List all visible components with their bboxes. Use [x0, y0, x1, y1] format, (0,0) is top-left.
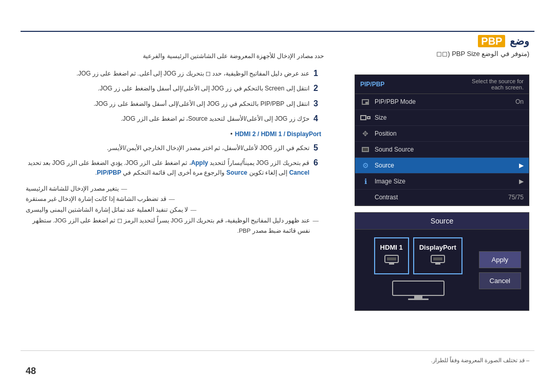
menu-header-right: Select the source for each screen. [462, 78, 524, 90]
menu-row-contrast-value: 75/75 [508, 194, 524, 201]
image-size-arrow-icon: ▶ [519, 178, 524, 185]
hdmi-connector-icon [384, 254, 399, 268]
menu-row-sound[interactable]: Sound Source [355, 142, 529, 158]
monitor-menu: PIP/PBP Select the source for each scree… [355, 74, 529, 206]
step-3: 3 انتقل إلى PIP/PBP بالتحكم في زر JOG إل… [26, 99, 324, 109]
hdmi-bullet: HDMI 2 / HDMI 1 / DisplayPort • [26, 129, 324, 138]
step-1-text: عند عرض دليل المفاتيح الوظيفية، حدد ◻ بت… [77, 69, 309, 79]
hdmi-bullet-dot: • [230, 130, 232, 138]
intro-text: حدد مصادر الإدخال للأجهزة المعروضة على ا… [26, 51, 324, 61]
footnote: – قد تختلف الصورة المعروضة وفقاً للطراز. [26, 357, 529, 364]
step-2: 2 انتقل إلى Screen بالتحكم في زر JOG إلى… [26, 84, 324, 94]
bottom-divider [21, 350, 534, 351]
step-1: 1 عند عرض دليل المفاتيح الوظيفية، حدد ◻ … [26, 69, 324, 79]
menu-row-size[interactable]: Size [355, 110, 529, 126]
step-6-text: قم بتحريك الزر JOG يميناً/يساراً لتحديد … [26, 158, 309, 178]
step-6: 6 قم بتحريك الزر JOG يميناً/يساراً لتحدي… [26, 158, 324, 178]
menu-row-contrast-label: Contrast [375, 194, 508, 201]
pbp-box: PBP [478, 35, 505, 47]
source-icon: ⚙ [360, 160, 371, 171]
menu-header-label: PIP/PBP [360, 81, 384, 88]
menu-row-image-size[interactable]: ℹ Image Size ▶ [355, 174, 529, 190]
contrast-icon [360, 192, 371, 202]
monitor-graphic [387, 280, 449, 303]
content-area: حدد مصادر الإدخال للأجهزة المعروضة على ا… [26, 51, 324, 236]
bullet-3: لا يمكن تنفيذ العملية عند تماثل إشارة ال… [26, 204, 319, 215]
menu-header: PIP/PBP Select the source for each scree… [355, 75, 529, 94]
source-panel: Source HDMI 1 [355, 212, 529, 311]
apply-button[interactable]: Apply [479, 251, 521, 268]
menu-row-position-label: Position [375, 130, 524, 137]
source-arrow-icon: ▶ [519, 162, 524, 169]
step-4: 4 حرّك زر JOG إلى الأعلى/الأسفل لتحديد S… [26, 114, 324, 124]
step-3-number: 3 [313, 99, 324, 108]
menu-row-source-label: Source [375, 162, 516, 169]
source-screen-dp[interactable]: DisplayPort [413, 237, 462, 274]
svg-rect-6 [393, 281, 444, 295]
step-6-number: 6 [313, 158, 324, 167]
size-icon [360, 113, 371, 123]
svg-rect-8 [408, 298, 429, 300]
image-size-icon: ℹ [360, 176, 371, 186]
step-4-number: 4 [313, 114, 324, 123]
dp-connector-icon [430, 254, 446, 268]
step-1-number: 1 [313, 69, 324, 78]
menu-row-pip-mode[interactable]: PIP/PBP Mode On [355, 94, 529, 110]
menu-row-position[interactable]: ✥ Position [355, 126, 529, 142]
menu-row-image-size-label: Image Size [375, 178, 516, 185]
bullet-2: قد تضطرب الشاشة إذا كانت إشارة الإدخال غ… [26, 194, 319, 204]
step-5-number: 5 [313, 143, 324, 153]
svg-rect-2 [389, 263, 394, 265]
source-screen-hdmi-label: HDMI 1 [380, 244, 403, 251]
source-panel-body: HDMI 1 DisplayPort [355, 230, 529, 310]
menu-row-pip-mode-label: PIP/PBP Mode [375, 98, 515, 105]
pbp-title-area: وضع PBP (متوفر في الوضع PBP Size (◻◻ [339, 35, 529, 58]
step-2-number: 2 [313, 84, 324, 93]
bullet-list: يتغير مصدر الإدخال للشاشة الرئيسية قد تض… [26, 183, 324, 236]
source-screens: HDMI 1 DisplayPort [374, 237, 462, 274]
source-screen-hdmi[interactable]: HDMI 1 [374, 237, 409, 274]
page-number: 48 [26, 366, 36, 377]
pbp-title: وضع PBP [339, 35, 529, 47]
menu-row-source[interactable]: ⚙ Source ▶ [355, 158, 529, 174]
step-4-text: حرّك زر JOG إلى الأعلى/الأسفل لتحديد Sou… [121, 114, 309, 124]
source-buttons: Apply Cancel [479, 251, 521, 289]
step-5-text: تحكم في الزر JOG لأعلى/الأسفل، ثم اختر م… [107, 143, 309, 153]
right-panel: PIP/PBP Select the source for each scree… [334, 74, 529, 311]
menu-row-size-label: Size [375, 114, 524, 121]
svg-rect-1 [387, 257, 396, 260]
bullet-1: يتغير مصدر الإدخال للشاشة الرئيسية [26, 183, 319, 194]
pbp-subtitle: (متوفر في الوضع PBP Size (◻◻ [339, 50, 529, 58]
menu-row-sound-label: Sound Source [375, 146, 524, 153]
source-panel-header: Source [355, 213, 529, 230]
position-icon: ✥ [360, 128, 371, 139]
top-divider [21, 31, 534, 32]
pbp-word: وضع [507, 35, 529, 47]
sound-icon [360, 144, 371, 155]
menu-row-pip-mode-value: On [515, 98, 524, 105]
step-3-text: انتقل إلى PIP/PBP بالتحكم في زر JOG إلى … [94, 99, 309, 109]
svg-rect-4 [433, 257, 442, 260]
pip-mode-icon [360, 97, 371, 107]
cancel-button[interactable]: Cancel [479, 272, 521, 289]
step-2-text: انتقل إلى Screen بالتحكم في زر JOG إلى ا… [98, 84, 309, 94]
source-screen-dp-label: DisplayPort [419, 244, 456, 251]
step-5: 5 تحكم في الزر JOG لأعلى/الأسفل، ثم اختر… [26, 143, 324, 153]
svg-rect-7 [414, 295, 422, 298]
bullet-4: عند ظهور دليل المفاتيح الوظيفية، قم بتحر… [26, 215, 319, 236]
hdmi-text: HDMI 2 / HDMI 1 / DisplayPort [235, 130, 321, 138]
menu-row-contrast[interactable]: Contrast 75/75 [355, 190, 529, 206]
svg-rect-5 [435, 263, 440, 265]
